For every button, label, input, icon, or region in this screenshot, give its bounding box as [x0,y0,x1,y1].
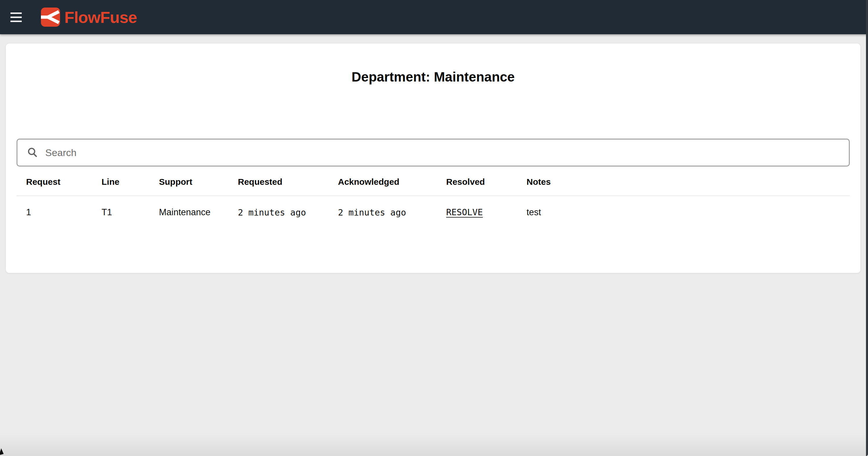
search-input[interactable] [45,141,843,164]
table-row: 1 T1 Maintenance 2 minutes ago 2 minutes… [17,196,850,218]
cell-notes: test [527,207,850,218]
bottom-shadow [0,433,868,456]
search-bar [17,139,850,166]
cell-support: Maintenance [159,207,238,218]
column-header-acknowledged: Acknowledged [338,177,446,187]
brand-wordmark: FlowFuse [64,8,137,27]
resolve-link[interactable]: RESOLVE [446,207,483,217]
brand-logo[interactable]: FlowFuse [41,7,137,27]
column-header-resolved: Resolved [446,177,527,187]
cell-line: T1 [101,207,159,218]
column-header-request: Request [26,177,101,187]
column-header-requested: Requested [238,177,338,187]
search-icon [27,147,38,158]
column-header-notes: Notes [527,177,850,187]
app-header: FlowFuse [0,0,868,34]
column-header-line: Line [101,177,159,187]
content-card: Department: Maintenance Request Line Sup… [6,43,861,273]
cell-request: 1 [26,207,101,218]
flowfuse-fork-icon [41,7,60,27]
page-title: Department: Maintenance [6,43,861,85]
mouse-cursor [0,448,5,456]
column-header-support: Support [159,177,238,187]
cell-requested: 2 minutes ago [238,207,338,218]
cell-acknowledged: 2 minutes ago [338,207,446,218]
table-header-row: Request Line Support Requested Acknowled… [17,166,850,196]
window-right-edge [866,0,868,456]
hamburger-menu-icon[interactable] [10,9,27,26]
search-box[interactable] [17,139,850,166]
